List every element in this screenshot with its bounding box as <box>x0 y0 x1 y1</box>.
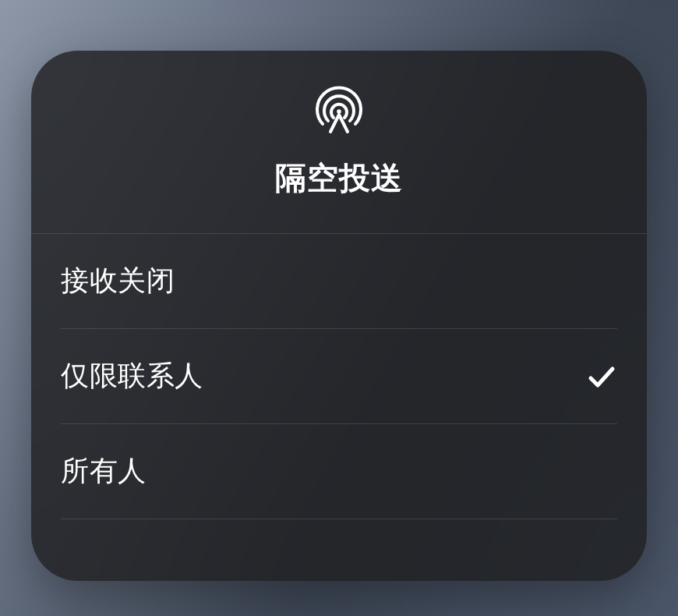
option-label: 仅限联系人 <box>61 357 203 395</box>
option-label: 接收关闭 <box>61 262 175 300</box>
option-everyone[interactable]: 所有人 <box>61 424 617 519</box>
svg-point-0 <box>337 109 341 114</box>
option-contacts-only[interactable]: 仅限联系人 <box>61 329 617 424</box>
airdrop-icon <box>314 85 364 135</box>
checkmark-icon <box>586 361 617 392</box>
panel-header: 隔空投送 <box>31 51 647 234</box>
option-label: 所有人 <box>61 452 147 490</box>
panel-title: 隔空投送 <box>275 157 403 200</box>
airdrop-panel: 隔空投送 接收关闭 仅限联系人 所有人 <box>31 51 647 581</box>
options-list: 接收关闭 仅限联系人 所有人 <box>31 234 647 519</box>
option-receiving-off[interactable]: 接收关闭 <box>61 234 617 329</box>
